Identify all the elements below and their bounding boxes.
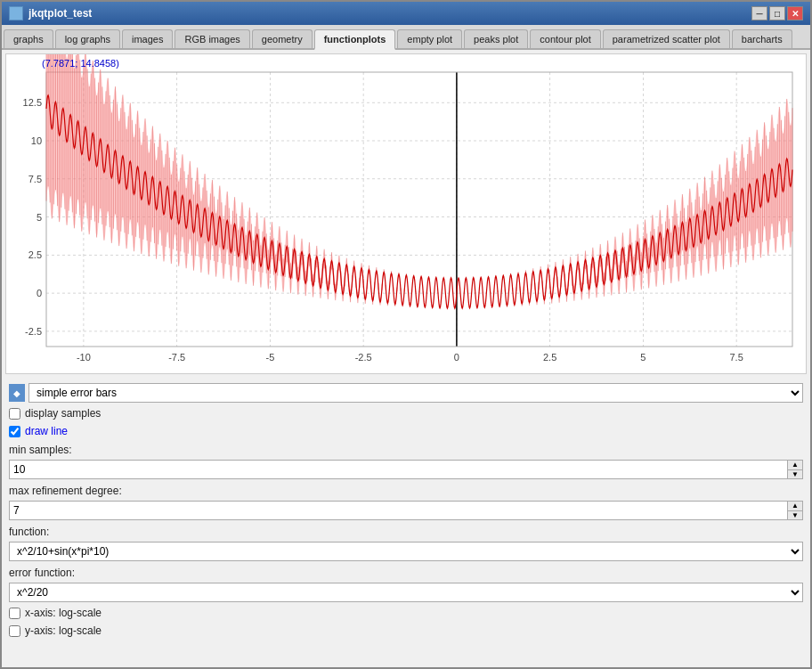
plot-area: (7.7871; 14.8458) [5,53,807,374]
yaxis-logscale-row: y-axis: log-scale [9,624,803,638]
tab-empty-plot[interactable]: empty plot [397,29,462,48]
close-button[interactable]: ✕ [787,6,803,20]
min-samples-spinner: ▲ ▼ [787,460,803,479]
tab-RGB-images[interactable]: RGB images [175,29,249,48]
minimize-button[interactable]: ─ [751,6,767,20]
draw-line-label: draw line [25,425,68,437]
max-refinement-up[interactable]: ▲ [788,502,802,511]
maximize-button[interactable]: □ [769,6,785,20]
display-samples-row: display samples [9,406,803,420]
draw-line-row: draw line [9,424,803,438]
function-row: x^2/10+sin(x*pi*10) [9,542,803,561]
plot-canvas [6,54,806,373]
coord-label: (7.7871; 14.8458) [42,58,119,69]
title-bar: jkqtplot_test ─ □ ✕ [2,2,810,25]
error-style-icon: ◆ [9,384,25,402]
xaxis-logscale-checkbox[interactable] [9,608,20,619]
tab-bar: graphslog graphsimagesRGB imagesgeometry… [2,25,810,50]
max-refinement-label: max refinement degree: [9,485,803,497]
min-samples-label: min samples: [9,444,803,456]
tab-graphs[interactable]: graphs [4,29,53,48]
error-function-row: x^2/20 [9,583,803,602]
window-title: jkqtplot_test [28,7,92,20]
function-select[interactable]: x^2/10+sin(x*pi*10) [9,542,803,561]
display-samples-checkbox[interactable] [9,408,20,420]
error-function-label: error function: [9,567,803,579]
controls-area: ◆ simple error bars display samples draw… [2,378,810,667]
title-bar-buttons: ─ □ ✕ [751,6,803,20]
function-label: function: [9,526,803,538]
xaxis-logscale-row: x-axis: log-scale [9,606,803,620]
min-samples-down[interactable]: ▼ [788,470,802,479]
min-samples-input[interactable] [9,460,787,479]
tab-parametrized-scatter-plot[interactable]: parametrized scatter plot [603,29,730,48]
error-function-select[interactable]: x^2/20 [9,583,803,602]
tab-images[interactable]: images [122,29,173,48]
max-refinement-row: ▲ ▼ [9,501,803,520]
yaxis-logscale-checkbox[interactable] [9,625,20,637]
display-samples-label: display samples [25,407,101,420]
error-style-select[interactable]: simple error bars [28,383,803,403]
min-samples-row: ▲ ▼ [9,460,803,479]
max-refinement-down[interactable]: ▼ [788,511,802,520]
tab-contour-plot[interactable]: contour plot [530,29,600,48]
main-content: (7.7871; 14.8458) ◆ simple error bars di… [2,50,810,667]
tab-barcharts[interactable]: barcharts [732,29,792,48]
max-refinement-input[interactable] [9,501,787,520]
xaxis-logscale-label: x-axis: log-scale [25,607,102,619]
tab-peaks-plot[interactable]: peaks plot [464,29,528,48]
draw-line-checkbox[interactable] [9,426,20,437]
yaxis-logscale-label: y-axis: log-scale [25,624,102,637]
app-icon [9,6,23,20]
tab-geometry[interactable]: geometry [252,29,313,48]
main-window: jkqtplot_test ─ □ ✕ graphslog graphsimag… [0,0,812,669]
title-bar-left: jkqtplot_test [9,6,92,20]
max-refinement-spinner: ▲ ▼ [787,501,803,520]
min-samples-up[interactable]: ▲ [788,461,802,470]
error-style-row: ◆ simple error bars [9,383,803,403]
tab-functionplots[interactable]: functionplots [314,29,396,50]
tab-log-graphs[interactable]: log graphs [55,29,120,48]
